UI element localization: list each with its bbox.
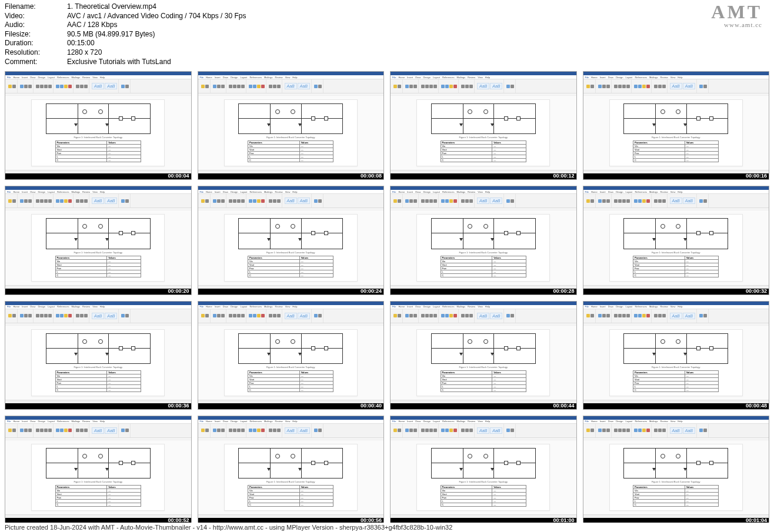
ribbon-icon [249,85,252,88]
parameters-table: ParametersValuesVin—Vout—Fsw—L—C— [248,485,333,507]
circuit-diode-icon [105,353,109,356]
ribbon-group [55,309,74,323]
circuit-component [82,224,87,229]
ribbon-icon [405,85,409,88]
ribbon-tab: Review [660,420,668,423]
table-row: C— [248,503,333,507]
video-thumbnail[interactable]: FileHomeInsertDrawDesignLayoutReferences… [583,71,770,180]
ribbon-group [19,79,34,93]
ribbon-group [440,79,459,93]
ribbon-editing-group [313,194,323,208]
ribbon-icon [461,314,465,317]
figure-caption: Figure 1: Interleaved Buck Converter Top… [266,251,315,254]
ribbon-tab: File [392,420,396,423]
ribbon-tab: Design [38,76,45,79]
ribbon-icon [237,314,241,317]
ribbon-icon [221,314,225,317]
video-thumbnail[interactable]: FileHomeInsertDrawDesignLayoutReferences… [390,301,577,410]
video-thumbnail[interactable]: FileHomeInsertDrawDesignLayoutReferences… [5,186,192,295]
circuit-diagram [238,448,343,479]
ribbon-tab: File [392,305,396,308]
circuit-diode-icon [683,123,687,126]
ribbon-tab: Draw [415,190,421,193]
circuit-component [98,224,103,229]
ribbon-tab: Home [398,420,405,423]
watermark-text: AMT [711,2,762,21]
parameters-table: ParametersValuesVin—Vout—Fsw—L—C— [55,140,141,162]
ribbon-editing-group [120,424,131,437]
circuit-component [275,339,280,344]
ribbon-tab: Layout [240,420,247,423]
style-preview: AaB [105,198,117,204]
ribbon-tab: Draw [415,76,421,79]
table-cell: C [55,273,107,277]
figure-caption: Figure 1: Interleaved Buck Converter Top… [459,480,508,483]
document-area: Figure 1: Interleaved Buck Converter Top… [583,210,769,285]
video-thumbnail[interactable]: FileHomeInsertDrawDesignLayoutReferences… [390,416,577,524]
meta-label-video: Video: [5,12,67,21]
ribbon-tab: Home [206,76,212,79]
video-thumbnail[interactable]: FileHomeInsertDrawDesignLayoutReferences… [198,301,385,410]
ribbon-group [200,194,211,208]
file-metadata-panel: Filename:1. Theoretical Overview.mp4 Vid… [0,0,774,69]
ribbon-tab: Design [231,305,238,308]
ribbon-tab: Help [678,190,682,193]
circuit-diagram [431,448,536,479]
ribbon-tab: Review [468,76,475,79]
video-thumbnail[interactable]: FileHomeInsertDrawDesignLayoutReferences… [5,416,192,524]
document-area: Figure 1: Interleaved Buck Converter Top… [583,96,769,170]
ribbon-tab: Insert [407,190,413,193]
ribbon-group [248,424,266,437]
document-page: Figure 1: Interleaved Buck Converter Top… [224,214,358,281]
ribbon-tab: File [585,76,589,79]
ribbon-styles-group: AaBAaB [283,194,312,208]
video-thumbnail[interactable]: FileHomeInsertDrawDesignLayoutReferences… [5,71,192,180]
video-thumbnail[interactable]: FileHomeInsertDrawDesignLayoutReferences… [5,301,192,410]
ribbon-icon [405,199,409,203]
frame-timestamp: 00:00:08 [361,173,382,179]
ribbon-group [585,79,596,93]
circuit-component [504,461,508,465]
circuit-diagram [238,103,343,134]
ribbon-tabs: FileHomeInsertDrawDesignLayoutReferences… [583,190,769,194]
document-area: Figure 1: Interleaved Buck Converter Top… [5,210,191,285]
video-thumbnail[interactable]: FileHomeInsertDrawDesignLayoutReferences… [390,186,577,295]
style-preview: AaB [683,198,695,204]
ribbon-icon [506,429,510,432]
style-preview: AaB [477,427,489,434]
parameters-table: ParametersValuesVin—Vout—Fsw—L—C— [55,256,141,277]
ribbon-tab: Insert [215,190,221,193]
ribbon-icon [618,199,622,203]
document-page: Figure 1: Interleaved Buck Converter Top… [31,214,165,281]
ribbon-editing-group [120,194,131,208]
ribbon-tab: Mailings [456,420,465,423]
ribbon-styles-group: AaBAaB [91,79,119,93]
video-thumbnail[interactable]: FileHomeInsertDrawDesignLayoutReferences… [198,416,385,524]
ribbon-icon [441,85,445,88]
table-cell: — [299,388,333,392]
ribbon-icon [253,85,256,88]
ribbon-group [420,194,439,208]
document-page: Figure 1: Interleaved Buck Converter Top… [224,329,358,396]
video-thumbnail[interactable]: FileHomeInsertDrawDesignLayoutReferences… [583,186,770,295]
circuit-diagram [431,333,536,364]
video-thumbnail[interactable]: FileHomeInsertDrawDesignLayoutReferences… [390,71,577,180]
circuit-component [291,224,295,229]
ribbon-group [228,194,246,208]
circuit-diode-icon [267,468,271,471]
video-thumbnail[interactable]: FileHomeInsertDrawDesignLayoutReferences… [198,71,385,180]
circuit-diode-icon [459,123,463,126]
ribbon-icon [121,85,125,88]
ribbon-styles-group: AaBAaB [91,194,119,208]
ribbon-icon [241,199,245,203]
video-thumbnail[interactable]: FileHomeInsertDrawDesignLayoutReferences… [583,416,770,524]
style-preview: AaB [490,427,502,434]
video-thumbnail[interactable]: FileHomeInsertDrawDesignLayoutReferences… [583,301,770,410]
ribbon-group [653,194,668,208]
ribbon-icon [36,85,39,88]
video-thumbnail[interactable]: FileHomeInsertDrawDesignLayoutReferences… [198,186,385,295]
ribbon-icon [36,199,39,203]
ribbon-icon [44,199,48,203]
circuit-component [324,231,328,235]
circuit-component [324,461,328,465]
